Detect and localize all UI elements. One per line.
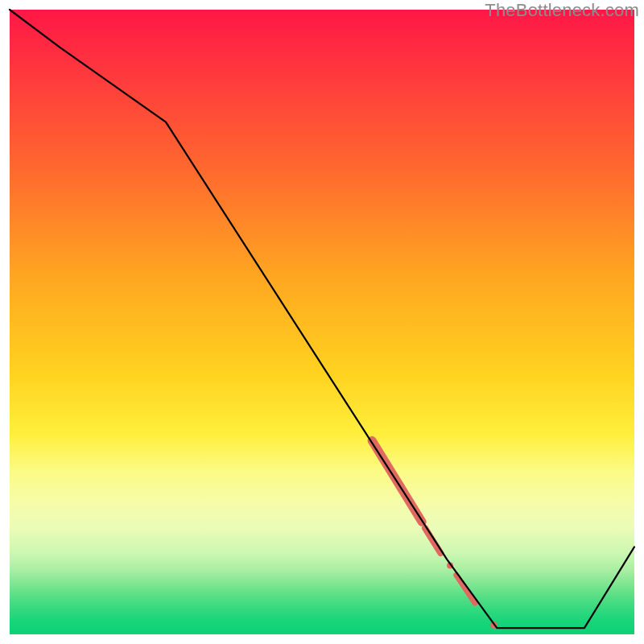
- chart-overlay-svg: [10, 10, 634, 634]
- highlight-segment: [425, 528, 440, 553]
- bottleneck-curve: [10, 10, 634, 628]
- chart-highlights: [372, 440, 497, 629]
- chart-container: TheBottleneck.com: [0, 0, 644, 644]
- watermark-label: TheBottleneck.com: [485, 0, 639, 21]
- highlight-segment: [456, 575, 475, 603]
